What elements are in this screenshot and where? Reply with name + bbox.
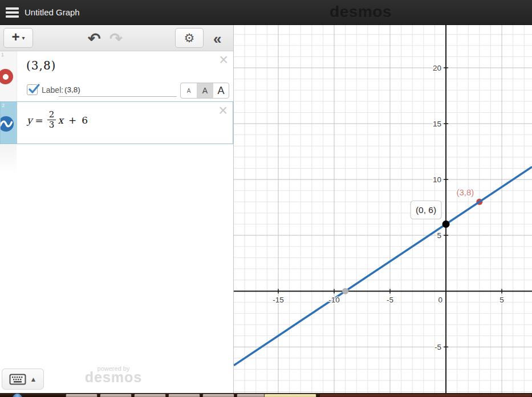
- equation-variable: x: [58, 114, 63, 126]
- row-index: 2: [2, 103, 5, 108]
- plus-operator: +: [68, 114, 76, 126]
- desmos-logo: desmos: [319, 3, 402, 21]
- taskbar-window-group[interactable]: [319, 394, 532, 397]
- svg-text:0: 0: [438, 296, 443, 304]
- fraction-numerator: 2: [47, 110, 56, 120]
- taskbar-active-window-button[interactable]: [264, 394, 316, 397]
- svg-text:-5: -5: [387, 296, 393, 304]
- redo-icon: ↷: [109, 30, 123, 47]
- start-button-icon[interactable]: [13, 394, 22, 397]
- point-style-icon-hole: [3, 74, 9, 80]
- desmos-app: Untitled Graph desmos + ▾ ↶ ↷ ⚙ «: [0, 0, 532, 397]
- point-label-row: Label: A A A: [0, 83, 233, 100]
- svg-text:-5: -5: [434, 343, 441, 351]
- graph-settings-button[interactable]: ⚙: [175, 28, 204, 48]
- svg-text:(0, 6): (0, 6): [416, 205, 436, 215]
- checkmark-icon: [28, 83, 40, 96]
- add-expression-button[interactable]: + ▾: [3, 28, 33, 48]
- label-size-large-button[interactable]: A: [213, 83, 229, 98]
- svg-text:5: 5: [499, 296, 504, 304]
- desmos-watermark-logo: desmos: [79, 372, 148, 383]
- graph-canvas[interactable]: -15-10-505-55101520(3,8)(0, 6): [234, 25, 532, 397]
- taskbar-window-button[interactable]: [202, 394, 234, 397]
- expression-gutter-2[interactable]: 2: [1, 102, 17, 144]
- expression-panel: + ▾ ↶ ↷ ⚙ « 1 (3,8): [0, 25, 234, 397]
- collapse-panel-button[interactable]: «: [210, 26, 225, 51]
- desmos-watermark: powered by desmos: [79, 365, 148, 383]
- taskbar-window-button[interactable]: [134, 394, 166, 397]
- chevron-down-icon: ▾: [22, 35, 25, 41]
- curve-style-icon[interactable]: [1, 116, 14, 132]
- gear-icon: ⚙: [184, 31, 195, 45]
- hamburger-bar: [6, 7, 19, 10]
- expression-latex[interactable]: (3,8): [26, 59, 56, 72]
- show-keyboard-button[interactable]: ▲: [2, 369, 44, 390]
- row-index: 1: [1, 52, 4, 58]
- svg-text:10: 10: [433, 175, 441, 184]
- svg-text:(3,8): (3,8): [456, 187, 474, 197]
- redo-button[interactable]: ↷: [106, 27, 126, 51]
- equation-lhs: y: [27, 114, 33, 126]
- svg-text:15: 15: [433, 120, 441, 128]
- graph-title[interactable]: Untitled Graph: [25, 7, 80, 17]
- svg-text:20: 20: [433, 64, 441, 72]
- equals-sign: =: [35, 114, 43, 126]
- next-row-gutter-hint: [0, 145, 17, 173]
- expression-row-1[interactable]: 1 (3,8) × Label: A A A: [0, 51, 233, 101]
- label-checkbox[interactable]: [27, 84, 38, 95]
- taskbar-window-button[interactable]: [100, 394, 132, 397]
- os-taskbar: [0, 393, 532, 397]
- label-size-medium-button[interactable]: A: [197, 83, 213, 98]
- fraction: 2 3: [47, 110, 56, 130]
- hamburger-bar: [6, 11, 19, 14]
- undo-button[interactable]: ↶: [84, 27, 104, 51]
- equation-constant: 6: [82, 114, 88, 126]
- label-size-control: A A A: [180, 83, 229, 99]
- point-style-icon[interactable]: [0, 69, 13, 84]
- fraction-denominator: 3: [49, 120, 55, 130]
- expression-equation[interactable]: y = 2 3 x + 6: [27, 110, 88, 130]
- undo-icon: ↶: [88, 30, 101, 47]
- close-icon[interactable]: ×: [218, 103, 228, 118]
- collapse-chevrons-icon: «: [213, 30, 221, 47]
- svg-text:5: 5: [437, 231, 442, 240]
- hamburger-menu-icon[interactable]: [6, 7, 19, 18]
- expression-toolbar: + ▾ ↶ ↷ ⚙ «: [0, 25, 233, 51]
- svg-text:-15: -15: [273, 296, 284, 304]
- top-bar: Untitled Graph desmos: [0, 0, 532, 25]
- plus-icon: +: [11, 30, 19, 44]
- keyboard-icon: [9, 374, 26, 385]
- hamburger-bar: [6, 15, 19, 18]
- expression-row-2-selected[interactable]: 2 y = 2 3 x + 6 ×: [0, 101, 233, 144]
- svg-text:-10: -10: [328, 296, 340, 304]
- sine-wave-icon: [1, 116, 14, 132]
- taskbar-window-button[interactable]: [168, 394, 200, 397]
- label-size-small-button[interactable]: A: [181, 83, 197, 98]
- label-input[interactable]: [59, 83, 177, 97]
- close-icon[interactable]: ×: [219, 52, 228, 68]
- graph-paper[interactable]: -15-10-505-55101520(3,8)(0, 6): [234, 25, 532, 397]
- taskbar-window-button[interactable]: [66, 394, 98, 397]
- chevron-up-icon: ▲: [30, 375, 37, 383]
